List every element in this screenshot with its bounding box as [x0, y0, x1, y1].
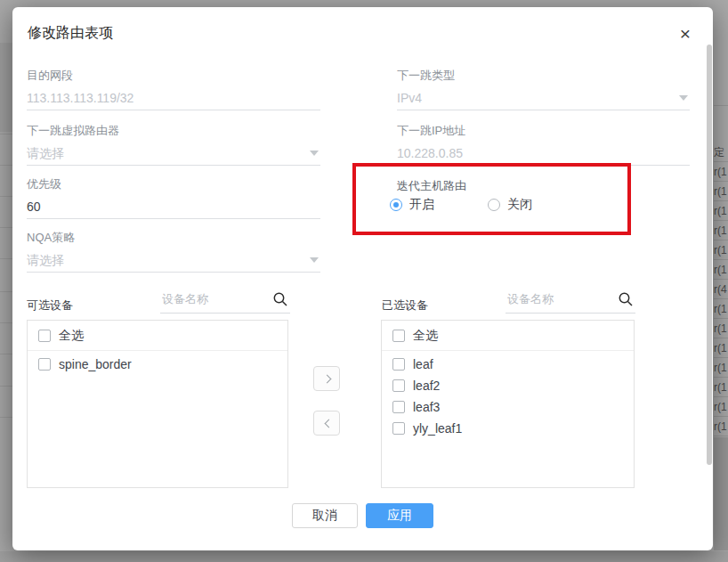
available-search-input[interactable]: [160, 290, 290, 314]
background-row: r(1: [714, 417, 728, 436]
background-row: r(1: [714, 201, 728, 221]
search-icon[interactable]: [272, 291, 288, 307]
priority-label: 优先级: [27, 176, 320, 192]
checkbox-icon[interactable]: [38, 358, 51, 371]
chevron-down-icon: [310, 257, 319, 263]
background-row: r(1: [714, 182, 728, 201]
background-row: r(1: [714, 240, 728, 260]
list-item[interactable]: leaf3: [382, 396, 634, 418]
list-item[interactable]: leaf: [382, 354, 634, 375]
selected-devices-list: 全选 leaf leaf2 leaf3 yly_leaf1: [381, 320, 635, 488]
background-row: r(1: [714, 299, 728, 319]
checkbox-icon[interactable]: [38, 330, 51, 342]
available-devices-list: 全选 spine_border: [27, 320, 288, 488]
checkbox-icon[interactable]: [392, 422, 405, 435]
background-bottom-strip: [0, 551, 728, 562]
list-item[interactable]: 全选: [28, 321, 287, 351]
background-row: r(1: [714, 397, 728, 417]
radio-off[interactable]: [488, 199, 500, 211]
chevron-down-icon: [310, 151, 319, 156]
background-row: r(1: [714, 319, 728, 338]
move-right-button[interactable]: [313, 366, 340, 391]
next-hop-ip-field: 下一跳IP地址 10.228.0.85: [397, 123, 690, 166]
apply-button[interactable]: 应用: [366, 503, 433, 528]
radio-on[interactable]: [390, 199, 402, 211]
search-icon[interactable]: [618, 291, 634, 307]
list-item[interactable]: spine_border: [28, 354, 287, 375]
dest-network-value: 113.113.113.119/32: [27, 91, 320, 110]
list-item[interactable]: leaf2: [382, 375, 634, 396]
checkbox-icon[interactable]: [392, 379, 405, 392]
chevron-down-icon: [679, 95, 688, 101]
next-hop-vrouter-label: 下一跳虚拟路由器: [27, 123, 320, 139]
background-table-right-strip: 定 r(1 r(1 r(1 r(1 r(1 r(1 r(4 r(1 r(1 r(…: [714, 0, 728, 562]
next-hop-ip-value: 10.228.0.85: [397, 146, 690, 166]
iterative-host-route-radios: 开启 关闭: [390, 198, 532, 212]
dest-network-field: 目的网段 113.113.113.119/32: [27, 68, 320, 110]
priority-field: 优先级: [27, 176, 320, 219]
checkbox-icon[interactable]: [392, 330, 405, 342]
nqa-policy-field: NQA策略 请选择: [27, 230, 320, 273]
cancel-button[interactable]: 取消: [292, 503, 358, 528]
next-hop-ip-label: 下一跳IP地址: [397, 123, 690, 139]
priority-input[interactable]: [27, 200, 320, 214]
next-hop-type-select[interactable]: IPv4: [397, 91, 690, 110]
next-hop-type-field: 下一跳类型 IPv4: [397, 68, 690, 110]
available-search: [160, 290, 290, 314]
background-row: r(1: [714, 358, 728, 378]
background-row: r(4: [714, 280, 728, 299]
next-hop-vrouter-field: 下一跳虚拟路由器 请选择: [27, 123, 320, 166]
selected-devices-title: 已选设备: [382, 297, 428, 314]
background-row: 定: [714, 143, 728, 162]
dialog-title: 修改路由表项: [28, 24, 113, 43]
dialog-scrollbar[interactable]: [707, 45, 712, 465]
checkbox-icon[interactable]: [392, 358, 405, 371]
selected-search: [506, 290, 635, 314]
background-row: r(1: [714, 338, 728, 358]
list-item[interactable]: yly_leaf1: [382, 418, 634, 439]
next-hop-vrouter-select[interactable]: 请选择: [27, 146, 320, 166]
edit-route-entry-dialog: 修改路由表项 × 目的网段 113.113.113.119/32 下一跳类型 I…: [12, 7, 713, 550]
selected-search-input[interactable]: [506, 290, 635, 314]
radio-off-label[interactable]: 关闭: [507, 197, 532, 213]
background-row: r(1: [714, 221, 728, 240]
background-row: r(1: [714, 260, 728, 280]
checkbox-icon[interactable]: [392, 401, 405, 413]
close-icon[interactable]: ×: [673, 21, 698, 46]
next-hop-type-label: 下一跳类型: [397, 68, 690, 84]
background-row: r(1: [714, 162, 728, 182]
dest-network-label: 目的网段: [27, 68, 320, 84]
background-table-left-strip: [0, 0, 12, 562]
available-devices-title: 可选设备: [27, 297, 73, 314]
background-row: r(1: [714, 378, 728, 397]
nqa-policy-select[interactable]: 请选择: [27, 253, 320, 273]
nqa-policy-label: NQA策略: [27, 230, 320, 246]
radio-on-label[interactable]: 开启: [409, 197, 434, 213]
list-item[interactable]: 全选: [382, 321, 634, 351]
iterative-host-route-label: 迭代主机路由: [397, 178, 466, 194]
chevron-right-icon: [323, 375, 332, 384]
chevron-left-icon: [325, 419, 334, 428]
move-left-button[interactable]: [313, 411, 340, 436]
